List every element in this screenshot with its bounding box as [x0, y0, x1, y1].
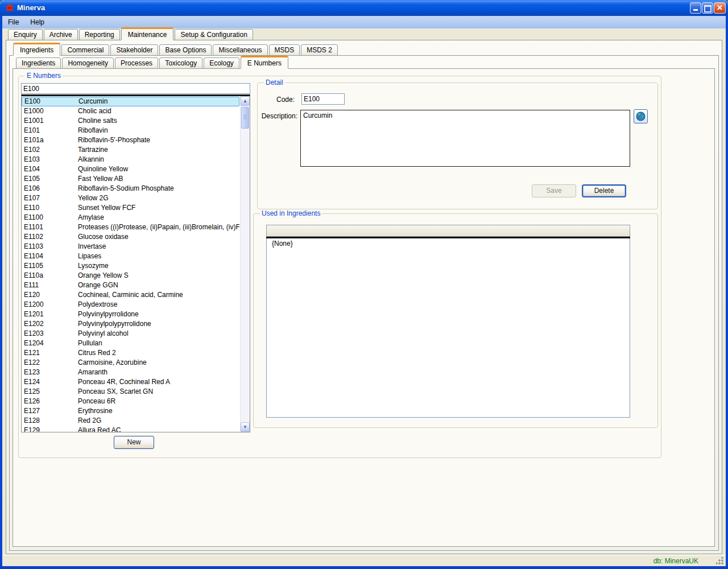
tab-msds[interactable]: MSDS [269, 44, 300, 56]
enumber-row-e1201[interactable]: E1201Polyvinylpyrrolidone [22, 310, 239, 319]
enumber-code: E1103 [22, 242, 78, 251]
scroll-down-button[interactable]: ▼ [241, 422, 250, 432]
tab-archive[interactable]: Archive [44, 29, 78, 40]
enumber-code: E1203 [22, 329, 78, 339]
enumber-row-e110a[interactable]: E110aOrange Yellow S [22, 271, 239, 281]
maximize-button[interactable] [702, 2, 713, 14]
enumber-row-e128[interactable]: E128Red 2G [22, 416, 239, 426]
save-button[interactable]: Save [532, 184, 576, 197]
description-label: Description: [258, 112, 297, 120]
tab-enquiry[interactable]: Enquiry [8, 29, 43, 40]
enumber-row-e126[interactable]: E126Ponceau 6R [22, 397, 239, 406]
enumber-row-e1102[interactable]: E1102Glucose oxidase [22, 232, 239, 242]
enumber-row-e1000[interactable]: E1000Cholic acid [22, 106, 239, 116]
description-field[interactable]: Curcumin [300, 110, 630, 167]
enumber-row-e1203[interactable]: E1203Polyvinyl alcohol [22, 329, 239, 339]
enumber-row-e1104[interactable]: E1104Lipases [22, 251, 239, 261]
tab-ingredients[interactable]: Ingredients [13, 43, 60, 56]
enumber-row-e120[interactable]: E120Cochineal, Carminic acid, Carmine [22, 290, 239, 300]
enumber-row-e1105[interactable]: E1105Lysozyme [22, 261, 239, 271]
enumber-code: E104 [22, 164, 78, 174]
tab-msds-2[interactable]: MSDS 2 [301, 44, 338, 56]
tab-maintenance[interactable]: Maintenance [121, 27, 174, 40]
enumber-row-e1204[interactable]: E1204Pullulan [22, 339, 239, 348]
enumber-row-e125[interactable]: E125Ponceau SX, Scarlet GN [22, 387, 239, 397]
enumber-description: Orange GGN [78, 281, 239, 290]
used-in-list[interactable]: {None} [266, 238, 630, 418]
tab-toxicology[interactable]: Toxicology [159, 57, 202, 69]
enumber-code: E1102 [22, 232, 78, 242]
enumber-code: E1000 [22, 106, 78, 116]
enumber-description: Pullulan [78, 339, 239, 348]
tab-ingredients[interactable]: Ingredients [16, 57, 61, 69]
enumber-row-e110[interactable]: E110Sunset Yellow FCF [22, 203, 239, 213]
new-button[interactable]: New [114, 436, 154, 449]
scrollbar-thumb[interactable] [241, 107, 249, 129]
enumber-row-e101a[interactable]: E101aRiboflavin-5'-Phosphate [22, 135, 239, 145]
enumber-code: E126 [22, 397, 78, 406]
enumber-description: Proteases ((i)Protease, (ii)Papain, (iii… [78, 222, 239, 232]
tab-base-options[interactable]: Base Options [159, 44, 212, 56]
tab-processes[interactable]: Processes [115, 57, 158, 69]
enumber-description: Erythrosine [78, 406, 239, 416]
enumber-filter-input[interactable] [21, 83, 250, 94]
enumber-row-e100[interactable]: E100Curcumin [22, 97, 239, 106]
enumber-row-e122[interactable]: E122Carmoisine, Azorubine [22, 358, 239, 368]
enumber-row-e1200[interactable]: E1200Polydextrose [22, 300, 239, 310]
enumber-row-e107[interactable]: E107Yellow 2G [22, 193, 239, 203]
tab-homogeneity[interactable]: Homogeneity [62, 57, 114, 69]
enumber-row-e101[interactable]: E101Riboflavin [22, 126, 239, 135]
enumber-description: Cholic acid [78, 106, 239, 116]
enumber-code: E128 [22, 416, 78, 426]
enumber-row-e1001[interactable]: E1001Choline salts [22, 116, 239, 126]
enumber-row-e1101[interactable]: E1101Proteases ((i)Protease, (ii)Papain,… [22, 222, 239, 232]
menu-help[interactable]: Help [24, 16, 50, 28]
enumber-code: E101a [22, 135, 78, 145]
enumber-row-e1202[interactable]: E1202Polyvinylpolypyrrolidone [22, 319, 239, 329]
enumber-row-e1100[interactable]: E1100Amylase [22, 213, 239, 222]
tab-setup-configuration[interactable]: Setup & Configuration [175, 29, 253, 40]
translate-button[interactable] [634, 109, 648, 123]
title-bar[interactable]: Minerva ✕ [0, 0, 728, 16]
enumber-description: Ponceau SX, Scarlet GN [78, 387, 239, 397]
enumber-code: E111 [22, 281, 78, 290]
detail-group-label: Detail [264, 79, 285, 86]
enumber-row-e103[interactable]: E103Alkannin [22, 155, 239, 164]
tab-e-numbers[interactable]: E Numbers [241, 56, 288, 69]
tab-miscellaneous[interactable]: Miscellaneous [213, 44, 267, 56]
enumber-row-e1103[interactable]: E1103Invertase [22, 242, 239, 251]
enumber-description: Fast Yellow AB [78, 174, 239, 184]
enumber-row-e105[interactable]: E105Fast Yellow AB [22, 174, 239, 184]
tab-commercial[interactable]: Commercial [61, 44, 109, 56]
enumber-code: E125 [22, 387, 78, 397]
menu-file[interactable]: File [2, 16, 24, 28]
enumber-row-e127[interactable]: E127Erythrosine [22, 406, 239, 416]
tab-reporting[interactable]: Reporting [79, 29, 120, 40]
enumber-row-e129[interactable]: E129Allura Red AC [22, 426, 239, 432]
enumber-list-scrollbar[interactable]: ▲ ▼ [240, 96, 250, 432]
enumber-row-e102[interactable]: E102Tartrazine [22, 145, 239, 155]
main-tab-strip: EnquiryArchiveReportingMaintenanceSetup … [8, 27, 254, 40]
delete-button[interactable]: Delete [582, 184, 626, 197]
enumber-row-e121[interactable]: E121Citrus Red 2 [22, 348, 239, 358]
enumber-row-e111[interactable]: E111Orange GGN [22, 281, 239, 290]
enumber-row-e104[interactable]: E104Quinoline Yellow [22, 164, 239, 174]
enumber-row-e106[interactable]: E106Riboflavin-5-Sodium Phosphate [22, 184, 239, 193]
ingredients-tab-strip: IngredientsHomogeneityProcessesToxicolog… [16, 56, 289, 69]
tab-stakeholder[interactable]: Stakeholder [110, 44, 158, 56]
code-field[interactable] [301, 93, 345, 105]
enumber-code: E107 [22, 193, 78, 203]
enumber-list[interactable]: E100CurcuminE1000Cholic acidE1001Choline… [21, 94, 250, 432]
enumber-code: E124 [22, 377, 78, 387]
used-in-row[interactable]: {None} [267, 238, 630, 248]
resize-grip-icon[interactable] [716, 557, 723, 564]
enumber-row-e124[interactable]: E124Ponceau 4R, Cochineal Red A [22, 377, 239, 387]
close-button[interactable]: ✕ [714, 2, 726, 14]
enumber-description: Carmoisine, Azorubine [78, 358, 239, 368]
enumber-code: E1100 [22, 213, 78, 222]
tab-ecology[interactable]: Ecology [204, 57, 239, 69]
scroll-up-button[interactable]: ▲ [241, 96, 250, 106]
minimize-button[interactable] [690, 2, 701, 14]
enumber-description: Riboflavin-5-Sodium Phosphate [78, 184, 239, 193]
enumber-row-e123[interactable]: E123Amaranth [22, 368, 239, 377]
